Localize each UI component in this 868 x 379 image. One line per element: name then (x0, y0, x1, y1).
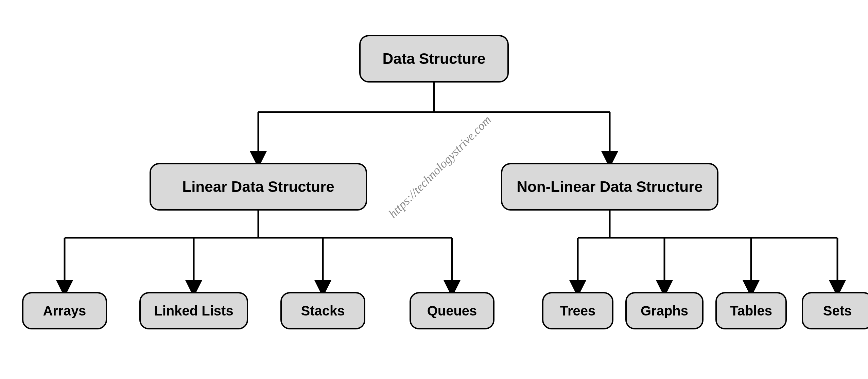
node-arrays-label: Arrays (43, 303, 86, 319)
node-trees: Trees (542, 292, 613, 329)
node-graphs: Graphs (625, 292, 704, 329)
node-root: Data Structure (359, 35, 509, 83)
node-queues: Queues (410, 292, 494, 329)
node-queues-label: Queues (427, 303, 477, 319)
node-root-label: Data Structure (382, 50, 485, 67)
node-tables: Tables (715, 292, 787, 329)
diagram-canvas: Data Structure Linear Data Structure Non… (0, 0, 868, 379)
node-nonlinear: Non-Linear Data Structure (501, 163, 718, 211)
node-arrays: Arrays (22, 292, 107, 329)
watermark-text: https://technologystrive.com (386, 113, 494, 220)
node-linked-lists-label: Linked Lists (154, 303, 233, 319)
node-linear: Linear Data Structure (150, 163, 367, 211)
node-stacks-label: Stacks (301, 303, 345, 319)
node-stacks: Stacks (280, 292, 365, 329)
node-graphs-label: Graphs (641, 303, 688, 319)
node-sets: Sets (802, 292, 868, 329)
node-linear-label: Linear Data Structure (182, 178, 334, 195)
watermark: https://technologystrive.com (386, 113, 494, 221)
node-trees-label: Trees (560, 303, 596, 319)
node-nonlinear-label: Non-Linear Data Structure (517, 178, 703, 195)
node-sets-label: Sets (823, 303, 852, 319)
node-linked-lists: Linked Lists (139, 292, 248, 329)
node-tables-label: Tables (730, 303, 772, 319)
